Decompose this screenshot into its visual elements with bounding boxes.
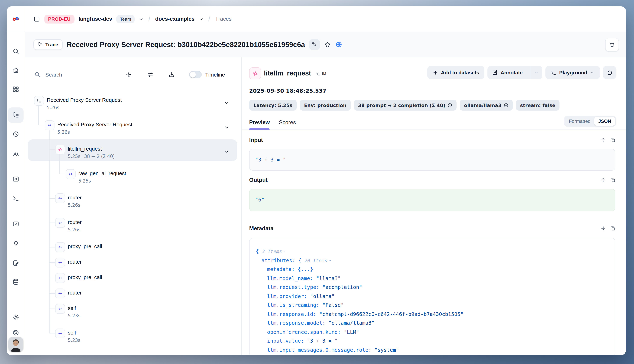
- public-globe-icon[interactable]: [335, 41, 342, 48]
- annotate-dropdown[interactable]: [530, 66, 542, 79]
- tree-item-label[interactable]: proxy_pre_call: [68, 274, 102, 280]
- tag-button[interactable]: [309, 39, 320, 50]
- add-to-datasets-label: Add to datasets: [441, 70, 479, 75]
- search-input[interactable]: [45, 71, 92, 78]
- badge-text: Env: production: [304, 102, 346, 108]
- tree-item-label[interactable]: raw_gen_ai_request: [78, 170, 126, 176]
- tree-item-label[interactable]: router: [68, 259, 82, 265]
- collapse-icon[interactable]: [601, 177, 606, 182]
- sidebar-item-insights-lightbulb-icon[interactable]: [12, 240, 19, 247]
- json-line: attributes: { 20 Items: [256, 256, 609, 265]
- span-node-icon: [55, 242, 65, 252]
- org-type-badge: Team: [116, 15, 135, 23]
- input-section-icons: [601, 137, 615, 142]
- metadata-heading: Metadata: [249, 225, 274, 232]
- sidebar-item-sessions-clock-icon[interactable]: [12, 130, 19, 138]
- tab-preview[interactable]: Preview: [249, 119, 270, 130]
- sidebar-item-dashboard-grid-icon[interactable]: [12, 86, 19, 93]
- format-option-json[interactable]: JSON: [594, 117, 615, 126]
- sidebar-item-tracing-tree-icon[interactable]: [12, 112, 19, 119]
- trace-node-icon: [34, 96, 44, 106]
- sidebar-item-users-icon[interactable]: [12, 150, 19, 157]
- json-line: input.value: "3 + 3 = ": [256, 336, 609, 346]
- trace-tree-icon: [38, 42, 43, 47]
- collapse-all-icon[interactable]: [125, 71, 132, 78]
- download-icon[interactable]: [168, 71, 175, 78]
- breadcrumb-section[interactable]: Traces: [215, 16, 232, 22]
- json-line: llm.input_messages.0.message.content: "Y…: [256, 354, 609, 355]
- tab-scores[interactable]: Scores: [279, 119, 296, 130]
- sidebar-item-home-icon[interactable]: [12, 67, 19, 74]
- copy-icon[interactable]: [610, 137, 615, 142]
- copy-id-button[interactable]: ID: [316, 71, 326, 76]
- tree-item-label[interactable]: router: [68, 194, 82, 200]
- tree-item-label[interactable]: litellm_request: [68, 146, 102, 152]
- sidebar-item-search-icon[interactable]: [12, 48, 19, 55]
- collapse-icon[interactable]: [601, 226, 606, 231]
- timeline-toggle[interactable]: [189, 71, 202, 78]
- tree-item-label[interactable]: Received Proxy Server Request: [57, 121, 132, 127]
- sidebar-item-evals-percent-icon[interactable]: [12, 220, 19, 228]
- tree-item-label[interactable]: self: [68, 330, 76, 336]
- comments-button[interactable]: [603, 66, 616, 79]
- sidebar-item-annotation-clipboard-icon[interactable]: [12, 260, 19, 266]
- metric-badge[interactable]: 38 prompt → 2 completion (Σ 40): [354, 100, 457, 110]
- sidebar-item-playground-terminal-icon[interactable]: [12, 195, 19, 202]
- generation-node-icon: [55, 144, 65, 154]
- annotate-label: Annotate: [501, 70, 523, 75]
- chevron-down-icon: [534, 70, 539, 75]
- trace-title-bar: Trace Received Proxy Server Request: b30…: [25, 32, 626, 57]
- sidebar-item-settings-gear-icon[interactable]: [12, 314, 19, 321]
- json-collapse-chevron-icon[interactable]: [283, 248, 287, 251]
- sidebar-toggle-icon[interactable]: [33, 16, 40, 22]
- row-chevron-down-icon[interactable]: [224, 100, 230, 106]
- json-string-value: "False": [322, 302, 344, 308]
- metric-badge[interactable]: Latency: 5.25s: [249, 100, 297, 110]
- environment-badge[interactable]: PROD-EU: [44, 14, 74, 23]
- json-collapse-chevron-icon[interactable]: [328, 256, 332, 260]
- view-settings-icon[interactable]: [147, 71, 154, 78]
- sidebar-item-datasets-database-icon[interactable]: [12, 278, 19, 285]
- bookmark-star-button[interactable]: [324, 41, 331, 48]
- delete-trace-button[interactable]: [605, 38, 619, 52]
- badge-text: ollama/llama3: [464, 102, 502, 108]
- tree-connector: [60, 174, 65, 174]
- json-string-value: "system": [374, 347, 399, 352]
- json-string-value: "chatcmpl-d96622c0-c642-446f-b9ad-b7a430…: [319, 311, 464, 317]
- plus-circle-icon: [504, 103, 509, 108]
- collapse-icon[interactable]: [601, 137, 606, 142]
- json-line: metadata: {...}: [256, 265, 609, 274]
- playground-button[interactable]: Playground: [545, 66, 600, 79]
- langfuse-logo[interactable]: [12, 15, 20, 23]
- project-name[interactable]: docs-examples: [155, 16, 194, 22]
- tree-item-label[interactable]: router: [68, 219, 82, 225]
- copy-icon[interactable]: [610, 177, 615, 182]
- project-chevron-down-icon[interactable]: [199, 17, 203, 21]
- json-line: llm.provider: "ollama": [256, 292, 609, 301]
- metric-badge[interactable]: stream: false: [516, 100, 560, 110]
- tree-item-duration: 5.25s: [78, 178, 91, 184]
- metric-badge[interactable]: ollama/llama3: [460, 100, 513, 110]
- tree-connector: [49, 262, 55, 263]
- badge-text: 38 prompt → 2 completion (Σ 40): [358, 102, 446, 108]
- json-key: metadata:: [267, 266, 298, 272]
- tree-item-label[interactable]: self: [68, 305, 76, 311]
- sidebar-item-support-lifebuoy-icon[interactable]: [12, 329, 19, 336]
- sidebar-item-prompts-file-code-icon[interactable]: [12, 176, 19, 182]
- org-name[interactable]: langfuse-dev: [79, 16, 112, 22]
- row-chevron-down-icon[interactable]: [224, 149, 230, 154]
- tree-item-label[interactable]: Received Proxy Server Request: [47, 97, 122, 103]
- tree-item-label[interactable]: router: [68, 290, 82, 296]
- metric-badge[interactable]: Env: production: [300, 100, 351, 110]
- add-to-datasets-button[interactable]: Add to datasets: [427, 66, 485, 79]
- format-option-formatted[interactable]: Formatted: [565, 117, 594, 126]
- metadata-json-viewer[interactable]: { 3 Itemsattributes: { 20 Itemsmetadata:…: [249, 238, 615, 355]
- row-chevron-down-icon[interactable]: [224, 124, 230, 130]
- breadcrumb-separator: /: [207, 15, 211, 23]
- user-avatar[interactable]: [9, 337, 23, 352]
- tree-item-duration: 5.23s: [68, 338, 80, 343]
- org-chevron-down-icon[interactable]: [139, 17, 143, 21]
- tree-item-label[interactable]: proxy_pre_call: [68, 243, 102, 249]
- copy-icon[interactable]: [610, 226, 615, 231]
- annotate-button[interactable]: Annotate: [488, 66, 542, 79]
